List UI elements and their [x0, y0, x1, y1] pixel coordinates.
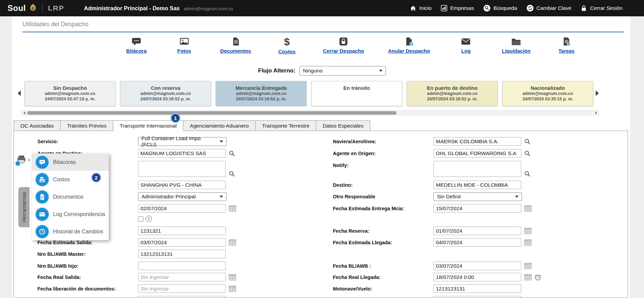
menu-item-documentos[interactable]: Documentos	[32, 188, 109, 205]
nav-empresas[interactable]: Empresas	[441, 5, 474, 12]
chevron-down-icon	[220, 140, 223, 143]
fecha-real-llegada-input[interactable]	[434, 273, 521, 281]
status-card-en-transito[interactable]: En tránsito	[311, 81, 402, 106]
search-icon[interactable]	[524, 150, 530, 156]
calendar-icon[interactable]	[524, 263, 531, 269]
numero-input[interactable]	[138, 227, 226, 235]
scrollbar-right-arrow-icon[interactable]	[593, 111, 599, 115]
fecha-estimada-llegada-input[interactable]	[434, 238, 521, 247]
tool-bitacora[interactable]: Bitácora	[124, 37, 148, 54]
recepcion-docs-originales-input[interactable]	[138, 296, 226, 298]
calendar-icon[interactable]	[229, 205, 236, 212]
flujo-alterno-select[interactable]: Ninguno	[300, 66, 386, 76]
scrollbar-left-arrow-icon[interactable]	[21, 111, 27, 115]
tab-tramites-previos[interactable]: Trámites Previos	[61, 120, 113, 131]
cards-scrollbar[interactable]	[21, 111, 599, 115]
bl-awb-master-input[interactable]	[138, 250, 226, 258]
tool-cerrar-despacho[interactable]: Cerrar Despacho	[323, 37, 364, 54]
notify-textarea[interactable]	[434, 161, 521, 177]
tool-documentos[interactable]: Documentos	[220, 37, 251, 54]
status-card-mercancia-entregada[interactable]: Mercancía Entregada admin@magnum.com.co …	[216, 81, 307, 106]
tab-oc-asociadas[interactable]: OC Asociadas	[14, 120, 61, 131]
cards-prev-arrow-icon[interactable]	[18, 90, 21, 96]
refresh-icon	[526, 4, 534, 12]
tab-agenciamiento-aduanero[interactable]: Agenciamiento Aduanero	[183, 120, 255, 131]
tool-log[interactable]: Log	[454, 37, 478, 54]
field-label: Fecha Reserva:	[333, 227, 431, 234]
nav-cerrar-sesion[interactable]: Cerrar Sesión	[580, 5, 623, 12]
nav-cambiar-clave[interactable]: Cambiar Clave	[526, 4, 572, 12]
scrollbar-thumb[interactable]	[27, 111, 396, 115]
fecha-liberacion-docs-input[interactable]	[138, 284, 226, 293]
menu-item-label: Costos	[53, 177, 70, 183]
cards-next-arrow-icon[interactable]	[596, 90, 599, 96]
field-label: Motonave/Vuelo:	[333, 284, 431, 292]
search-icon[interactable]	[229, 171, 235, 177]
search-icon	[483, 4, 491, 12]
flujo-alterno-row: Flujo Alterno: Ninguno	[258, 66, 386, 76]
otro-responsable-select[interactable]: Sin Definir	[434, 192, 522, 201]
origen-input[interactable]	[138, 181, 226, 189]
left-textarea[interactable]	[138, 161, 226, 177]
status-card-con-reserva[interactable]: Con reserva admin@magnum.com.co 24/07/20…	[120, 81, 211, 106]
fecha-real-salida-input[interactable]	[138, 273, 226, 281]
responsable-select[interactable]: Administrador Principal	[138, 192, 226, 201]
calendar-icon[interactable]	[524, 239, 531, 246]
bl-awb-hijo-input[interactable]	[138, 262, 226, 270]
agente-destino-input[interactable]	[138, 149, 226, 158]
date-input[interactable]	[138, 204, 226, 213]
menu-item-historial-cambios[interactable]: Historial de Cambios	[32, 223, 109, 240]
info-icon[interactable]: i	[146, 216, 152, 222]
search-icon[interactable]	[524, 138, 530, 145]
agente-origen-input[interactable]	[434, 149, 521, 158]
tool-fotos[interactable]: Fotos	[172, 37, 196, 54]
alarm-clock-icon[interactable]	[535, 274, 541, 281]
soul-flame-logo-icon	[29, 3, 37, 13]
nav-inicio[interactable]: Inicio	[410, 5, 431, 12]
status-card-nacionalizado[interactable]: Nacionalizado admin@magnum.com.co 24/07/…	[502, 81, 593, 106]
chat-bubble-icon	[36, 156, 49, 169]
numero-guia-docs-input[interactable]	[434, 296, 521, 298]
status-date: 24/07/2024 03:16:52 p. m.	[407, 97, 497, 102]
menu-item-label: Documentos	[53, 194, 84, 200]
tool-tareas[interactable]: Tareas	[555, 37, 578, 54]
calendar-icon[interactable]	[229, 285, 236, 292]
chevron-down-icon	[379, 70, 383, 72]
field-label: Fecha Estimada Entrega Mcía:	[333, 204, 431, 211]
servicio-select[interactable]: Full Container Load Impo (FCLI)	[138, 137, 226, 146]
nav-busqueda[interactable]: Búsqueda	[483, 4, 517, 12]
status-title: Mercancía Entregada	[216, 85, 306, 91]
tool-costos[interactable]: $ Costos	[275, 37, 299, 54]
fecha-estimada-salida-input[interactable]	[138, 238, 226, 247]
checkbox[interactable]	[138, 216, 143, 222]
tool-liquidacion[interactable]: Liquidación	[502, 37, 530, 54]
tab-transporte-terrestre[interactable]: Transporte Terrestre	[256, 120, 317, 131]
field-label: Notify:	[333, 161, 431, 168]
menu-item-bitacoras[interactable]: Bitacoras	[32, 153, 109, 171]
naviera-input[interactable]	[434, 137, 521, 146]
tool-anular-despacho[interactable]: Anular Despacho	[388, 37, 430, 54]
destino-input[interactable]	[434, 181, 521, 189]
status-card-sin-despacho[interactable]: Sin Despacho admin@magnum.com.co 24/07/2…	[24, 81, 116, 106]
calendar-icon[interactable]	[524, 205, 531, 212]
menu-item-label: Log Correspondencia	[53, 211, 105, 217]
tool-label: Liquidación	[502, 48, 530, 54]
field-label: Nro BL/AWB hijo:	[37, 262, 136, 269]
menu-item-log-correspondencia[interactable]: Log Correspondencia	[32, 205, 109, 223]
fecha-bl-awb-input[interactable]	[434, 262, 521, 270]
search-icon[interactable]	[524, 171, 530, 177]
herramientas-vertical-tab[interactable]: Herramientas	[18, 187, 30, 227]
calendar-icon[interactable]	[229, 239, 236, 246]
search-icon[interactable]	[229, 150, 235, 156]
status-card-en-puerto-destino[interactable]: En puerto de destino admin@magnum.com.co…	[407, 81, 498, 106]
fecha-estimada-entrega-input[interactable]	[434, 204, 521, 213]
flujo-alterno-value: Ninguno	[303, 68, 323, 74]
tab-datos-especiales[interactable]: Datos Especiales	[316, 120, 370, 131]
motonave-vuelo-input[interactable]	[434, 284, 521, 293]
calendar-icon[interactable]	[524, 274, 531, 280]
calendar-icon[interactable]	[524, 228, 531, 234]
nav-label: Cerrar Sesión	[590, 5, 623, 11]
fecha-reserva-input[interactable]	[434, 227, 521, 235]
section-tabs: OC Asociadas Trámites Previos Transporte…	[14, 120, 370, 131]
calendar-icon[interactable]	[229, 274, 236, 280]
